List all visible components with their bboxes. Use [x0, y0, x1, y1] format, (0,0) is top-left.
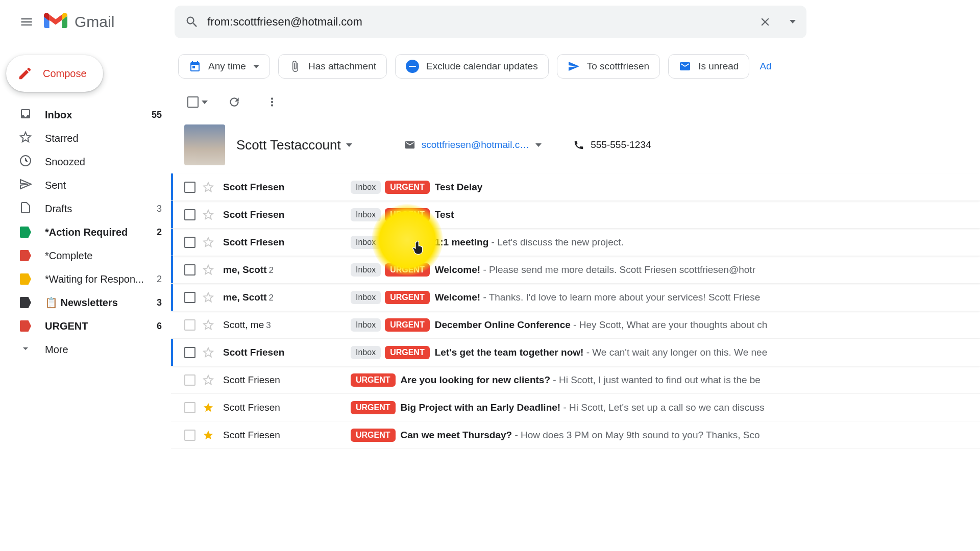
email-row[interactable]: me, Scott2InboxURGENTWelcome! - Thanks. …	[171, 284, 980, 311]
sidebar-item-count: 3	[157, 204, 162, 214]
hamburger-icon	[19, 15, 34, 29]
email-snippet: Hi Scott, Let's set up a call so we can …	[569, 402, 765, 413]
label-inbox: Inbox	[351, 181, 381, 194]
label-urgent: URGENT	[351, 373, 396, 387]
row-checkbox[interactable]	[184, 402, 195, 413]
star-icon	[19, 131, 32, 146]
star-button[interactable]	[201, 292, 216, 303]
label-urgent: URGENT	[385, 346, 430, 359]
star-button[interactable]	[201, 182, 216, 193]
search-options-button[interactable]	[779, 8, 806, 36]
star-button[interactable]	[201, 237, 216, 248]
compose-label: Compose	[43, 68, 87, 80]
sidebar-item-count: 3	[157, 297, 162, 308]
clear-search-button[interactable]	[751, 8, 779, 36]
row-checkbox[interactable]	[184, 264, 195, 276]
chevron-down-icon	[253, 65, 259, 68]
star-button[interactable]	[201, 347, 216, 358]
sidebar-item--waiting-for-respon-[interactable]: *Waiting for Respon...2	[0, 267, 171, 291]
star-button[interactable]	[201, 402, 216, 413]
email-row[interactable]: Scott FriesenInboxURGENTLet's get the te…	[171, 339, 980, 366]
sidebar-item-inbox[interactable]: Inbox55	[0, 103, 171, 127]
sidebar-item-drafts[interactable]: Drafts3	[0, 197, 171, 220]
more-vert-icon	[265, 95, 279, 109]
contact-name-dropdown[interactable]: Scott Testaccount	[236, 137, 352, 153]
label-urgent: URGENT	[385, 181, 430, 194]
pencil-icon	[17, 66, 33, 81]
chevron-down-icon	[202, 101, 208, 104]
more-button[interactable]	[261, 91, 283, 113]
contact-phone[interactable]: 555-555-1234	[573, 139, 651, 151]
search-bar	[175, 6, 806, 38]
email-snippet: Hi Scott, I just wanted to find out what…	[559, 374, 761, 385]
star-button[interactable]	[201, 209, 216, 220]
sidebar-item-more[interactable]: More	[0, 338, 171, 361]
email-subject: December Online Conference	[435, 319, 571, 330]
compose-button[interactable]: Compose	[6, 55, 103, 92]
sidebar-item--complete[interactable]: *Complete	[0, 244, 171, 267]
chevron-down-icon	[790, 20, 796, 23]
star-button[interactable]	[201, 264, 216, 276]
chip-any-time[interactable]: Any time	[178, 54, 270, 79]
main-menu-button[interactable]	[14, 10, 39, 34]
send-icon	[19, 178, 32, 193]
row-checkbox[interactable]	[184, 430, 195, 441]
email-row[interactable]: Scott FriesenURGENTBig Project with an E…	[171, 394, 980, 421]
email-row[interactable]: Scott FriesenInboxURGENT1:1 meeting - Le…	[171, 229, 980, 256]
sidebar-item-snoozed[interactable]: Snoozed	[0, 150, 171, 173]
phone-icon	[573, 139, 584, 151]
email-sender: Scott Friesen	[223, 374, 351, 386]
row-checkbox[interactable]	[184, 237, 195, 248]
email-sender: Scott, me3	[223, 319, 351, 331]
row-checkbox[interactable]	[184, 347, 195, 358]
contact-avatar[interactable]	[184, 124, 225, 165]
sidebar-item-sent[interactable]: Sent	[0, 173, 171, 197]
star-button[interactable]	[201, 430, 216, 441]
chip-to-contact[interactable]: To scottfriesen	[557, 54, 660, 79]
chip-exclude-calendar[interactable]: Exclude calendar updates	[395, 54, 549, 79]
sidebar-item--action-required[interactable]: *Action Required2	[0, 220, 171, 244]
search-icon	[185, 15, 199, 29]
row-checkbox[interactable]	[184, 374, 195, 386]
star-button[interactable]	[201, 319, 216, 331]
star-button[interactable]	[201, 374, 216, 386]
email-row[interactable]: Scott FriesenInboxURGENTTest	[171, 201, 980, 229]
chip-has-attachment[interactable]: Has attachment	[278, 54, 387, 79]
select-all-checkbox[interactable]	[187, 96, 208, 108]
sidebar-item-starred[interactable]: Starred	[0, 127, 171, 150]
email-snippet: We can't wait any longer on this. We nee	[592, 347, 767, 358]
email-subject: Let's get the team together now!	[435, 347, 584, 358]
contact-email-dropdown[interactable]: scottfriesen@hotmail.c…	[404, 139, 542, 151]
email-snippet: Hey Scott, What are your thoughts about …	[579, 319, 768, 330]
close-icon	[758, 15, 772, 29]
row-checkbox[interactable]	[184, 182, 195, 193]
email-row[interactable]: Scott FriesenInboxURGENTTest Delay	[171, 173, 980, 201]
email-subject: Can we meet Thursday?	[401, 430, 512, 440]
email-row[interactable]: me, Scott2InboxURGENTWelcome! - Please s…	[171, 256, 980, 284]
row-checkbox[interactable]	[184, 319, 195, 331]
search-input[interactable]	[207, 15, 751, 29]
sidebar-item-label: *Waiting for Respon...	[45, 273, 157, 285]
sidebar-item-label: Drafts	[45, 203, 157, 215]
sidebar-item-urgent[interactable]: URGENT6	[0, 314, 171, 338]
email-row[interactable]: Scott, me3InboxURGENTDecember Online Con…	[171, 311, 980, 339]
gmail-logo[interactable]: Gmail	[44, 13, 114, 31]
email-row[interactable]: Scott FriesenURGENTAre you looking for n…	[171, 366, 980, 394]
email-sender: me, Scott2	[223, 264, 351, 276]
search-button[interactable]	[177, 7, 207, 37]
email-sender: Scott Friesen	[223, 430, 351, 441]
row-checkbox[interactable]	[184, 209, 195, 220]
row-checkbox[interactable]	[184, 292, 195, 303]
refresh-button[interactable]	[223, 91, 246, 113]
sidebar-item-count: 55	[152, 110, 162, 120]
checkbox-icon	[187, 96, 199, 108]
sidebar-item-count: 2	[157, 274, 162, 285]
email-subject: Test Delay	[435, 182, 483, 192]
email-subject: 1:1 meeting	[435, 237, 489, 247]
email-row[interactable]: Scott FriesenURGENTCan we meet Thursday?…	[171, 421, 980, 449]
chip-is-unread[interactable]: Is unread	[668, 54, 749, 79]
sidebar-item--newsletters[interactable]: 📋 Newsletters3	[0, 291, 171, 314]
advanced-search-link[interactable]: Ad	[760, 61, 771, 72]
label-urgent: URGENT	[351, 401, 396, 414]
label-tag-icon	[20, 227, 31, 238]
